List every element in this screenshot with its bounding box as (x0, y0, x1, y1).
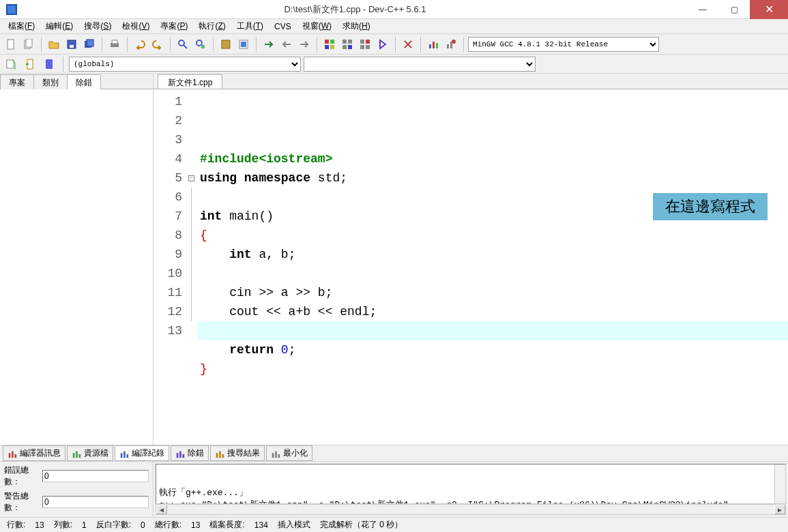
redo-button[interactable] (149, 36, 166, 53)
menu-item[interactable]: CVS (269, 20, 297, 33)
scroll-left-icon[interactable]: ◄ (156, 505, 167, 514)
rebuild-button[interactable] (339, 36, 355, 53)
svg-rect-27 (366, 40, 370, 44)
stop-button[interactable] (400, 36, 416, 53)
menu-item[interactable]: 檢視(V) (117, 19, 155, 33)
new-class-button[interactable] (3, 56, 19, 72)
save-button[interactable] (63, 36, 80, 53)
compile-log[interactable]: 執行「g++.exe...」g++.exe "D:\test\新文件1.cpp"… (156, 464, 786, 504)
status-line-label: 行數: (4, 519, 28, 531)
status-parse: 完成解析（花了 0 秒） (317, 519, 405, 531)
compile-button[interactable] (218, 36, 234, 53)
menu-item[interactable]: 工具(T) (231, 19, 269, 33)
maximize-button[interactable]: ▢ (718, 0, 750, 19)
svg-rect-48 (177, 453, 179, 458)
bottom-tabs: 編譯器訊息資源檔編譯紀錄除錯搜尋結果最小化 (0, 445, 788, 461)
menu-item[interactable]: 執行(Z) (193, 19, 231, 33)
svg-rect-40 (12, 451, 14, 458)
menu-item[interactable]: 專案(P) (155, 19, 193, 33)
menu-bar: 檔案(F)編輯(E)搜尋(S)檢視(V)專案(P)執行(Z)工具(T)CVS視窗… (0, 19, 788, 34)
open-button[interactable] (46, 36, 62, 53)
status-total-label: 總行數: (152, 519, 184, 531)
rebuild-all-button[interactable] (357, 36, 373, 53)
print-button[interactable] (106, 36, 123, 53)
status-len: 134 (252, 520, 271, 530)
class-browser-bar: (globals) (0, 55, 788, 74)
svg-rect-45 (121, 453, 123, 458)
menu-item[interactable]: 求助(H) (337, 19, 376, 33)
svg-rect-53 (222, 454, 224, 458)
back-button[interactable] (278, 36, 295, 53)
errors-value[interactable] (42, 470, 149, 482)
svg-rect-10 (112, 40, 117, 44)
insert-button[interactable] (22, 56, 38, 72)
left-tab[interactable]: 除錯 (67, 74, 101, 89)
log-scrollbar-horizontal[interactable]: ◄ ► (156, 504, 786, 515)
compile-run-button[interactable] (321, 36, 338, 53)
svg-rect-33 (447, 44, 449, 48)
bottom-tab[interactable]: 搜尋結果 (210, 445, 265, 461)
close-button[interactable]: ✕ (750, 0, 788, 19)
menu-item[interactable]: 編輯(E) (40, 19, 78, 33)
code-editor[interactable]: 12345678910111213 − 在這邊寫程式 #include<iost… (154, 89, 788, 445)
svg-rect-21 (330, 45, 334, 49)
svg-rect-41 (15, 454, 17, 458)
warnings-label: 警告總數： (4, 490, 38, 514)
svg-rect-8 (87, 40, 93, 46)
find-button[interactable] (175, 36, 191, 53)
code-area[interactable]: 在這邊寫程式 #include<iostream>using namespace… (197, 89, 788, 445)
window-title: D:\test\新文件1.cpp - Dev-C++ 5.6.1 (23, 3, 687, 16)
tab-icon (119, 449, 129, 458)
svg-point-13 (196, 40, 202, 46)
debug-button[interactable] (375, 36, 391, 53)
profile-button[interactable] (425, 36, 441, 53)
menu-item[interactable]: 檔案(F) (3, 19, 40, 33)
bottom-tab[interactable]: 編譯紀錄 (115, 445, 169, 461)
bottom-tab[interactable]: 最小化 (266, 445, 312, 461)
left-tab[interactable]: 專案 (0, 74, 34, 89)
svg-rect-17 (241, 42, 246, 47)
save-all-button[interactable] (81, 36, 98, 53)
left-tabs: 專案類別除錯 (0, 74, 153, 89)
new-file2-button[interactable] (20, 36, 37, 53)
bookmark-button[interactable] (41, 56, 57, 72)
svg-rect-46 (123, 451, 126, 458)
minimize-button[interactable]: — (687, 0, 718, 19)
svg-rect-47 (127, 454, 129, 458)
svg-rect-50 (183, 454, 185, 458)
bottom-tab[interactable]: 資源檔 (67, 445, 113, 461)
svg-rect-18 (325, 40, 329, 44)
compiler-select[interactable]: MinGW GCC 4.8.1 32-bit Release (468, 37, 659, 52)
left-tab[interactable]: 類別 (33, 74, 68, 89)
main-area: 專案類別除錯 新文件1.cpp 12345678910111213 − 在這邊寫… (0, 74, 788, 445)
forward-button[interactable] (296, 36, 312, 53)
svg-rect-24 (342, 45, 347, 49)
svg-line-12 (184, 45, 187, 48)
compile-stats: 錯誤總數： 警告總數： 輸出檔案大小： (0, 462, 154, 517)
right-panel: 新文件1.cpp 12345678910111213 − 在這邊寫程式 #inc… (154, 74, 788, 445)
member-select[interactable] (304, 57, 536, 72)
warnings-value[interactable] (42, 496, 149, 508)
fold-toggle-icon[interactable]: − (188, 175, 194, 181)
svg-rect-29 (366, 45, 370, 49)
run-button[interactable] (235, 36, 252, 53)
undo-button[interactable] (132, 36, 148, 53)
svg-rect-55 (275, 451, 277, 458)
status-mode: 插入模式 (275, 519, 313, 531)
scroll-right-icon[interactable]: ► (774, 505, 785, 514)
delete-profile-button[interactable] (443, 36, 459, 53)
log-scrollbar-vertical[interactable] (774, 464, 785, 503)
log-line: 執行「g++.exe...」 (159, 486, 783, 499)
replace-button[interactable] (192, 36, 209, 53)
left-panel-body (0, 89, 153, 445)
status-col: 1 (79, 520, 89, 530)
scope-select[interactable]: (globals) (69, 57, 301, 72)
bottom-tab[interactable]: 編譯器訊息 (3, 445, 65, 461)
new-file-button[interactable] (3, 36, 19, 53)
main-toolbar: MinGW GCC 4.8.1 32-bit Release (0, 34, 788, 55)
goto-button[interactable] (261, 36, 277, 53)
menu-item[interactable]: 視窗(W) (297, 19, 337, 33)
bottom-tab[interactable]: 除錯 (171, 445, 209, 461)
menu-item[interactable]: 搜尋(S) (78, 19, 117, 33)
editor-tab[interactable]: 新文件1.cpp (158, 74, 222, 89)
